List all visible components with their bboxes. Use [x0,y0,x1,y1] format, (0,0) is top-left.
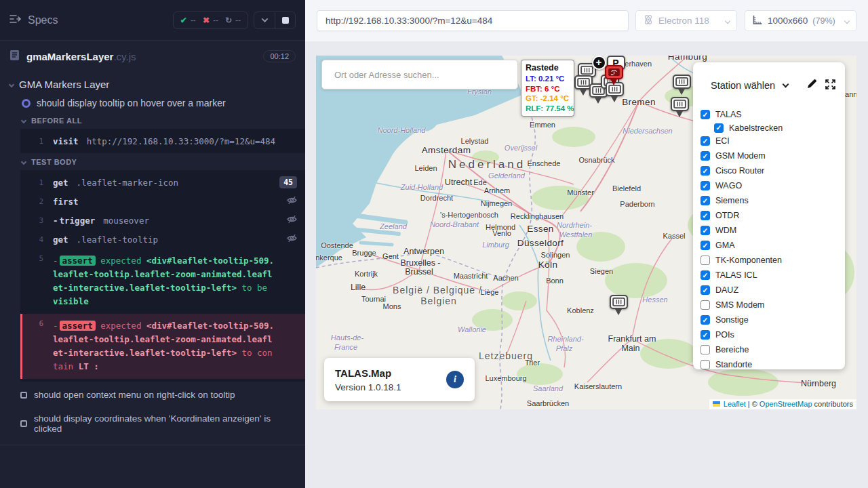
layer-checkbox-row[interactable]: POIs [701,327,845,342]
layer-checkbox-row[interactable]: WAGO [701,178,845,193]
layer-checkbox-row[interactable]: ECI [701,134,845,148]
checkbox[interactable] [701,110,710,119]
layer-checkbox-row[interactable]: TK-Komponenten [701,253,845,268]
stat-pending: ↻-- [225,16,241,25]
layer-checkbox-row[interactable]: OTDR [701,208,845,223]
test-body-commands: 1 get .leaflet-marker-icon 45 2 first 3 … [20,170,305,382]
assert-failed-row[interactable]: 6 -assert expected <div#leaflet-tooltip-… [20,314,305,379]
before-all-commands: 1 visit http://192.168.10.33:3000/?m=12&… [20,129,305,153]
command-row[interactable]: 1 get .leaflet-marker-icon 45 [20,173,305,192]
checkbox[interactable] [701,330,710,340]
checkbox[interactable] [701,181,710,190]
map-marker[interactable] [672,75,691,95]
checkbox[interactable] [701,151,710,161]
layer-checkbox-row[interactable]: GMA [701,238,845,253]
layer-checkbox-row[interactable]: TALAS ICL [701,268,845,283]
layer-checkbox-row[interactable]: Standorte [701,357,845,372]
map-label: Niedersachsen [623,127,672,135]
before-all-header[interactable]: BEFORE ALL [0,112,305,129]
pending-icon [20,420,27,427]
specs-title[interactable]: Specs [28,14,58,26]
marker-tooltip[interactable]: Rastede LT: 0.21 °C FBT: 6 °C GT: -2.14 … [521,60,574,117]
stop-icon [282,17,289,24]
expand-icon[interactable] [825,79,835,92]
test-body-header[interactable]: TEST BODY [0,153,305,170]
map-label: Noord-Holland [378,126,426,134]
checkbox[interactable] [701,270,710,280]
layer-checkbox-row[interactable]: GSM Modem [701,148,845,163]
checkbox[interactable] [714,123,724,133]
checkbox[interactable] [701,256,710,265]
checkbox[interactable] [701,241,710,250]
chevron-down-icon [21,159,26,165]
checkbox[interactable] [701,211,710,220]
url-bar[interactable]: http://192.168.10.33:3000/?m=12&u=484 [317,10,629,31]
browser-selector[interactable]: Electron 118 [635,10,737,31]
electron-icon [643,14,654,27]
map-label: Noord-Brabant [430,220,479,228]
pending-icon [20,392,27,399]
info-icon[interactable]: i [446,371,464,388]
edit-pencil-icon[interactable] [806,79,817,92]
layer-checkbox-row[interactable]: Bereiche [701,342,845,357]
eye-off-icon [287,214,297,226]
stop-button[interactable] [275,12,295,28]
stat-passed: ✔-- [180,16,196,25]
pending-test-row[interactable]: should open context menu on right-click … [0,384,305,405]
map-label: Bremen [622,97,656,107]
layer-label: TK-Komponenten [715,256,782,265]
map-marker[interactable] [609,295,628,315]
map-label: Bruxelles - [400,258,440,268]
checkbox[interactable] [701,360,710,369]
layer-label: SMS Modem [715,300,764,310]
active-test-row[interactable]: should display tooltip on hover over a m… [0,94,305,112]
map-marker[interactable]: + + [589,56,608,70]
map-label: Liège [481,288,499,296]
layer-label: ECI [715,136,730,146]
layer-checkbox-row[interactable]: Cisco Router [701,163,845,178]
checkbox[interactable] [701,226,710,235]
suite-row[interactable]: GMA Markers Layer [0,75,305,94]
ukraine-flag-icon [713,401,720,407]
leaflet-link[interactable]: Leaflet [724,400,746,408]
refresh-icon: ↻ [225,16,232,25]
map-label: Enschede [528,159,561,167]
layer-checkbox-row[interactable]: WDM [701,223,845,238]
pending-test-row[interactable]: should display coordinates when 'Koordin… [0,408,305,439]
command-row[interactable]: 1 visit http://192.168.10.33:3000/?m=12&… [20,131,305,150]
station-dropdown[interactable]: Station wählen [711,80,775,91]
collapse-button[interactable] [254,12,275,28]
checkbox[interactable] [701,285,710,295]
command-row[interactable]: 2 first [20,192,305,211]
layer-checkbox-row[interactable]: DAUZ [701,283,845,298]
checkbox[interactable] [701,345,710,354]
command-row[interactable]: 4 get .leaflet-tooltip [20,230,305,249]
layer-label: WAGO [715,181,742,190]
version-card: TALAS.Map Version 1.0.18.1 i [324,358,475,401]
osm-link[interactable]: OpenStreetMap [760,400,812,408]
eye-off-icon [287,195,297,207]
checkbox[interactable] [701,300,710,310]
layer-checkbox-row[interactable]: SMS Modem [701,298,845,312]
layer-checkbox-row[interactable]: Sonstige [701,312,845,327]
chevron-down-icon[interactable] [783,81,789,88]
specs-menu-icon[interactable] [9,14,21,26]
leaflet-map[interactable]: Noord-Holland Fryslân Lelystad Amsterdam… [316,56,856,409]
layer-checkbox-row[interactable]: Siemens [701,193,845,208]
checkbox[interactable] [701,166,710,176]
spec-row[interactable]: gmaMarkersLayer.cy.js 00:12 [0,41,305,72]
checkbox[interactable] [701,196,710,205]
checkbox[interactable] [701,315,710,325]
layer-checkbox-row[interactable]: TALAS [701,107,845,122]
spec-ext: .cy.js [113,51,136,62]
eye-off-icon [287,233,297,245]
map-label: 's-Hertogenbosch [440,211,498,219]
test-stats[interactable]: ✔-- ✖-- ↻-- [173,12,248,29]
search-input[interactable] [322,70,517,80]
map-marker[interactable] [670,97,689,117]
assert-passed-row[interactable]: 5 -assert expected <div#leaflet-tooltip-… [20,249,305,314]
layer-checkbox-row[interactable]: Kabelstrecken [701,122,845,134]
command-row[interactable]: 3 -trigger mouseover [20,211,305,230]
viewport-selector[interactable]: 1000x660 (79%) [745,10,856,31]
checkbox[interactable] [701,136,710,146]
